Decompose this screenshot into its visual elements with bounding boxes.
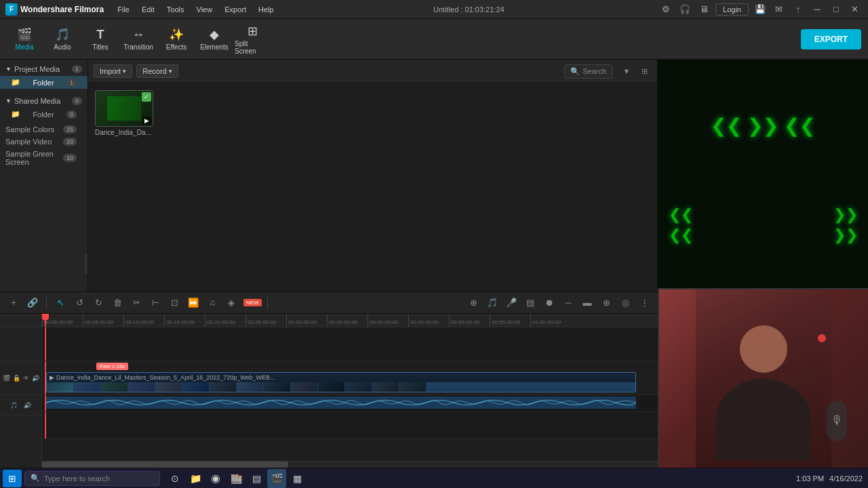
- taskbar-icon-app2[interactable]: ▦: [288, 469, 307, 488]
- lock-track-button[interactable]: 🔓: [13, 373, 20, 384]
- minimize-button[interactable]: ─: [810, 2, 825, 17]
- record-timeline-button[interactable]: ⏺: [541, 295, 557, 311]
- export-button[interactable]: EXPORT: [801, 29, 861, 49]
- auto-caption-button[interactable]: ▤: [522, 295, 538, 311]
- timeline-scroll[interactable]: [42, 461, 658, 468]
- tool-effects[interactable]: ✨ Effects: [159, 22, 194, 56]
- titlebar-right: ⚙ 🎧 🖥 Login 💾 ✉ ↑ ─ □ ✕: [658, 2, 863, 17]
- menu-file[interactable]: File: [112, 4, 135, 15]
- taskbar-icon-chrome[interactable]: ◉: [206, 469, 225, 488]
- taskbar-search-input[interactable]: [44, 474, 153, 483]
- sidebar-item-folder[interactable]: 📁 Folder 1: [0, 76, 87, 89]
- login-button[interactable]: Login: [715, 3, 749, 16]
- tool-elements[interactable]: ◆ Elements: [197, 22, 232, 56]
- taskbar-icon-filmora[interactable]: 🎬: [267, 469, 286, 488]
- ruler-mark-4: 00:20:00:00: [205, 314, 235, 327]
- sidebar-item-shared-folder[interactable]: 📁 Folder 0: [0, 108, 87, 121]
- transition-icon: ↔: [132, 28, 144, 42]
- mute-button[interactable]: 🔊: [22, 400, 33, 411]
- sidebar-section-project-media: ▼ Project Media 1 📁 Folder 1: [0, 60, 87, 92]
- webcam-head: [740, 325, 787, 373]
- delete-tool-button[interactable]: 🗑: [109, 295, 125, 311]
- taskbar-icon-store[interactable]: 🏬: [226, 469, 245, 488]
- menu-view[interactable]: View: [191, 4, 218, 15]
- hide-track-button[interactable]: 👁: [23, 373, 29, 384]
- view-grid-icon[interactable]: ⊞: [637, 64, 652, 79]
- redo-button[interactable]: ↻: [90, 295, 106, 311]
- taskbar-icon-app1[interactable]: ▤: [247, 469, 266, 488]
- audio-waveform[interactable]: [46, 396, 636, 409]
- email-icon[interactable]: ✉: [772, 2, 787, 17]
- sidebar-collapse-arrow[interactable]: ‹: [85, 253, 88, 274]
- app-name: Wondershare Filmora: [20, 5, 104, 14]
- folder-count: 1: [66, 79, 77, 87]
- sidebar-item-sample-video[interactable]: Sample Video 20: [0, 136, 87, 148]
- filter-icon[interactable]: ▼: [619, 64, 634, 79]
- tool-titles[interactable]: T Titles: [83, 22, 118, 56]
- more-options-button[interactable]: ⋮: [636, 295, 652, 311]
- audio-button[interactable]: ♫: [204, 295, 220, 311]
- zoom-slider[interactable]: ▬: [579, 295, 595, 311]
- menu-help[interactable]: Help: [253, 4, 279, 15]
- taskbar-icon-explorer[interactable]: 📁: [186, 469, 205, 488]
- record-button[interactable]: Record ▾: [136, 64, 178, 78]
- sidebar-item-sample-colors[interactable]: Sample Colors 25: [0, 123, 87, 136]
- timeline-ruler[interactable]: 00:00:00:00 00:05:00:00 00:10:00:00 00:1…: [42, 314, 658, 327]
- media-search[interactable]: 🔍 Search: [564, 64, 612, 79]
- cut-tool-button[interactable]: ✂: [128, 295, 144, 311]
- fit-timeline-button[interactable]: ◎: [617, 295, 633, 311]
- sample-video-count: 20: [63, 138, 77, 146]
- video-clip[interactable]: ▶ Dance_India_Dance_Lil_Masters_Season_5…: [46, 372, 636, 392]
- crop-button[interactable]: ⊡: [166, 295, 182, 311]
- menu-export[interactable]: Export: [219, 4, 252, 15]
- strip-item-11: [318, 382, 345, 392]
- snap-button[interactable]: ⊕: [465, 295, 481, 311]
- close-button[interactable]: ✕: [848, 2, 863, 17]
- tool-transition[interactable]: ↔ Transition: [121, 22, 156, 56]
- timeline: + 🔗 ↖ ↺ ↻ 🗑 ✂ ⊢ ⊡ ⏩ ♫ ◈ NEW ⊕ 🎵 🎤 ▤ ⏺ ─ …: [0, 291, 658, 468]
- settings-icon[interactable]: ⚙: [658, 2, 673, 17]
- timeline-tracks: Fast 1.16x ▶ Dance_India_Dance_Lil_Maste…: [42, 327, 658, 461]
- ruler-mark-3: 00:15:00:00: [164, 314, 195, 327]
- sidebar-item-sample-green[interactable]: Sample Green Screen 10: [0, 148, 87, 168]
- tool-media[interactable]: 🎬 Media: [7, 22, 42, 56]
- audio-link-button[interactable]: 🔊: [32, 373, 39, 384]
- trim-button[interactable]: ⊢: [147, 295, 163, 311]
- scroll-thumb[interactable]: [42, 462, 288, 468]
- speed-button[interactable]: ⏩: [185, 295, 201, 311]
- speech-button[interactable]: 🎤: [503, 295, 519, 311]
- undo-button[interactable]: ↺: [71, 295, 87, 311]
- audio-track-button[interactable]: 🎵: [484, 295, 500, 311]
- timeline-body: 🎬 🔓 👁 🔊 🎵 🔊 00:00:00:00 00:05:00:00 00:1…: [0, 314, 658, 468]
- link-track-button[interactable]: 🔗: [24, 295, 41, 311]
- save-icon[interactable]: 💾: [753, 2, 768, 17]
- menu-edit[interactable]: Edit: [136, 4, 160, 15]
- timeline-separator-2: [267, 297, 268, 309]
- taskbar-icon-cortana[interactable]: ⊙: [165, 469, 184, 488]
- strip-item-5: [155, 382, 182, 392]
- select-tool-button[interactable]: ↖: [52, 295, 68, 311]
- monitor-icon[interactable]: 🖥: [696, 2, 711, 17]
- share-icon[interactable]: ↑: [791, 2, 806, 17]
- tool-splitscreen[interactable]: ⊞ Split Screen: [235, 22, 270, 56]
- tool-titles-label: Titles: [92, 43, 108, 51]
- import-button[interactable]: Import ▾: [94, 64, 132, 78]
- ruler-mark-10: 00:50:00:00: [449, 314, 479, 327]
- headphone-icon[interactable]: 🎧: [677, 2, 692, 17]
- start-button[interactable]: ⊞: [3, 470, 22, 487]
- timeline-toolbar: + 🔗 ↖ ↺ ↻ 🗑 ✂ ⊢ ⊡ ⏩ ♫ ◈ NEW ⊕ 🎵 🎤 ▤ ⏺ ─ …: [0, 292, 658, 314]
- sidebar-header-project-media[interactable]: ▼ Project Media 1: [0, 62, 87, 76]
- tool-splitscreen-label: Split Screen: [235, 40, 270, 55]
- media-item-1[interactable]: ▶ ✓ Dance_India_Dance_Li...: [95, 90, 153, 136]
- tool-audio[interactable]: 🎵 Audio: [45, 22, 80, 56]
- zoom-in-button[interactable]: ⊕: [598, 295, 614, 311]
- taskbar-search[interactable]: 🔍: [24, 471, 160, 486]
- folder-label: Folder: [33, 79, 54, 87]
- marker-button[interactable]: ◈: [223, 295, 239, 311]
- menu-tools[interactable]: Tools: [161, 4, 190, 15]
- maximize-button[interactable]: □: [829, 2, 844, 17]
- ruler-mark-7: 00:35:00:00: [327, 314, 357, 327]
- zoom-out-button[interactable]: ─: [560, 295, 576, 311]
- sidebar-header-shared-media[interactable]: ▼ Shared Media 0: [0, 94, 87, 108]
- add-track-button[interactable]: +: [5, 295, 22, 311]
